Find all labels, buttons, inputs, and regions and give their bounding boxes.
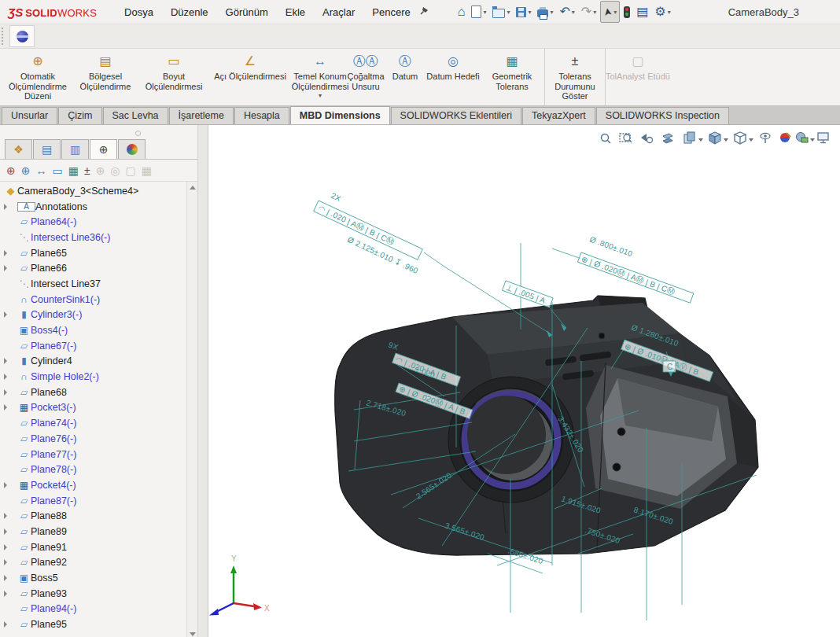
previous-view-icon[interactable] [641,134,653,143]
command-tab[interactable]: Hesapla [234,107,289,124]
ribbon-tool-button[interactable]: ± Tolerans Durumunu Göster ▾ [544,49,605,105]
tree-item[interactable]: ◆ CameraBody_3<Scheme4> [0,183,187,199]
tree-item[interactable]: ∩ Simple Hole2(-) [0,369,187,385]
expand-arrow-icon[interactable] [4,559,17,565]
panel-tab[interactable]: ▥ [61,139,89,159]
ribbon-tool-button[interactable]: ▤ Bölgesel Ölçülendirme ▾ [71,49,140,105]
tree-item[interactable]: ▮ Cylinder4 [0,354,187,370]
tree-item[interactable]: ▱ Plane76(-) [0,431,187,447]
expand-arrow-icon[interactable] [4,621,17,628]
tree-item[interactable]: ▱ Plane74(-) [0,415,187,431]
zoom-to-area-icon[interactable] [620,134,632,142]
expand-arrow-icon[interactable] [4,204,17,210]
ribbon-tool-button[interactable]: ⊕ Otomatik Ölçümlendirme Düzeni ▾ [5,49,71,105]
menu-item[interactable]: Ekle [278,3,312,21]
show-tolerance-status-icon[interactable]: ± [84,165,90,176]
annotation-views-icon[interactable] [684,132,694,143]
menu-item[interactable]: Dosya [117,3,160,21]
options-list-button[interactable]: ▤ [634,2,650,21]
ribbon-tool-button[interactable]: ▢ TolAnalyst Etüdü ▾ [605,49,670,105]
pin-menu-icon[interactable] [419,5,429,19]
tree-item[interactable]: ▦ Pocket4(-) [0,477,187,493]
hide-show-items-icon[interactable] [761,133,770,143]
redo-button[interactable]: ↷▾ [579,2,599,21]
command-tab[interactable]: Sac Levha [103,107,168,124]
chevron-down-icon[interactable] [810,138,815,142]
tree-item[interactable]: ▱ Plane91 [0,539,187,555]
menu-item[interactable]: Araçlar [315,3,362,21]
rebuild-button[interactable] [621,2,632,21]
menu-item[interactable]: Görünüm [219,3,275,21]
model-canvas[interactable]: 2X ◠ | .020 | AⓂ | B | CⓂ Ø 2.125±.010 ↧… [208,125,840,637]
graphics-viewport[interactable]: 2X ◠ | .020 | AⓂ | B | CⓂ Ø 2.125±.010 ↧… [208,125,840,637]
ribbon-tool-button[interactable]: ▦ Geometrik Tolerans ▾ [480,49,544,105]
tree-item[interactable]: ▱ Plane78(-) [0,462,187,477]
chevron-down-icon[interactable] [724,138,728,142]
tree-item[interactable]: ▱ Plane77(-) [0,447,187,462]
expand-arrow-icon[interactable] [4,482,17,488]
expand-arrow-icon[interactable] [4,250,17,256]
tree-item[interactable]: ▱ Plane89 [0,524,187,539]
ribbon-tool-button[interactable]: ⒶⒶ Çoğaltma Unsuru ▾ [348,49,384,105]
ribbon-tool-button[interactable]: ◎ Datum Hedefi ▾ [426,49,480,105]
command-tab[interactable]: İşaretleme [169,107,234,124]
settings-button[interactable]: ⚙▾ [652,2,672,21]
datum-icon-disabled[interactable]: ⊕ [96,165,105,176]
expand-arrow-icon[interactable] [4,311,17,318]
print-button[interactable]: ▾ [535,2,555,21]
menu-item[interactable]: Düzenle [164,3,216,21]
select-tool-button[interactable]: ➤▾ [600,1,620,23]
tree-scrollbar[interactable] [186,182,197,637]
view-settings-icon[interactable] [818,133,828,143]
tolanalyst-icon-disabled[interactable]: ▢ [126,165,136,176]
camera-body-model[interactable] [335,296,758,555]
zoom-to-fit-icon[interactable] [602,134,611,144]
panel-tab[interactable]: ▤ [33,139,61,159]
panel-splitter[interactable] [197,125,208,637]
location-dimension-icon[interactable]: ↔ [35,165,46,176]
expand-arrow-icon[interactable] [4,591,17,597]
ribbon-tool-button[interactable]: Ⓐ Datum ▾ [384,49,426,105]
expand-arrow-icon[interactable] [4,265,17,271]
expand-arrow-icon[interactable] [4,544,17,550]
view-orientation-icon[interactable] [709,132,720,144]
scroll-down-icon[interactable] [190,632,196,636]
command-tab[interactable]: TekyazXpert [522,107,595,124]
tree-item[interactable]: ▱ Plane66 [0,260,187,276]
expand-arrow-icon[interactable] [4,358,17,364]
size-dimension-icon[interactable]: ▭ [52,165,62,176]
ribbon-tool-button[interactable]: ▭ Boyut Ölçülendirmesi ▾ [140,49,208,105]
edit-appearance-icon[interactable] [780,133,790,142]
expand-arrow-icon[interactable] [4,513,17,519]
tree-item[interactable]: ▱ Plane67(-) [0,338,187,354]
menu-item[interactable]: Pencere [365,3,417,21]
new-document-button[interactable]: ▾ [469,2,488,21]
chevron-down-icon[interactable] [749,138,753,142]
command-tab[interactable]: MBD Dimensions [290,106,390,124]
tree-item[interactable]: ▱ Plane93 [0,586,187,602]
tree-item[interactable]: ▱ Plane68 [0,385,187,400]
tree-item[interactable]: ⋱ Intersect Line36(-) [0,230,187,245]
edrawings-publish-button[interactable] [9,25,35,47]
apply-scene-icon[interactable] [797,133,809,143]
expand-arrow-icon[interactable] [4,575,17,581]
tree-item[interactable]: ▱ Plane92 [0,555,187,571]
tree-item[interactable]: ▱ Plane87(-) [0,493,187,509]
tree-item[interactable]: ▣ Boss5 [0,570,187,586]
command-tab[interactable]: Unsurlar [2,107,57,124]
expand-arrow-icon[interactable] [4,404,17,411]
pattern-feature-icon[interactable]: ▦ [68,165,79,176]
panel-collapse-handle[interactable] [135,131,141,136]
auto-dimension-scheme-icon[interactable]: ⊕ [6,165,16,176]
panel-tab[interactable]: ❖ [5,139,32,159]
copy-scheme-icon-disabled[interactable]: ▦ [142,165,152,176]
expand-arrow-icon[interactable] [4,389,17,396]
chevron-down-icon[interactable] [698,138,703,142]
command-tab[interactable]: SOLIDWORKS Eklentileri [391,107,521,124]
tree-item[interactable]: ▦ Pocket3(-) [0,400,187,416]
tree-item[interactable]: ∩ CounterSink1(-) [0,292,187,307]
toolbar-drag-handle[interactable] [2,28,7,45]
command-tab[interactable]: Çizim [58,107,101,124]
import-scheme-icon[interactable]: ⊕ [21,165,31,176]
tree-item[interactable]: ▮ Cylinder3(-) [0,307,187,323]
